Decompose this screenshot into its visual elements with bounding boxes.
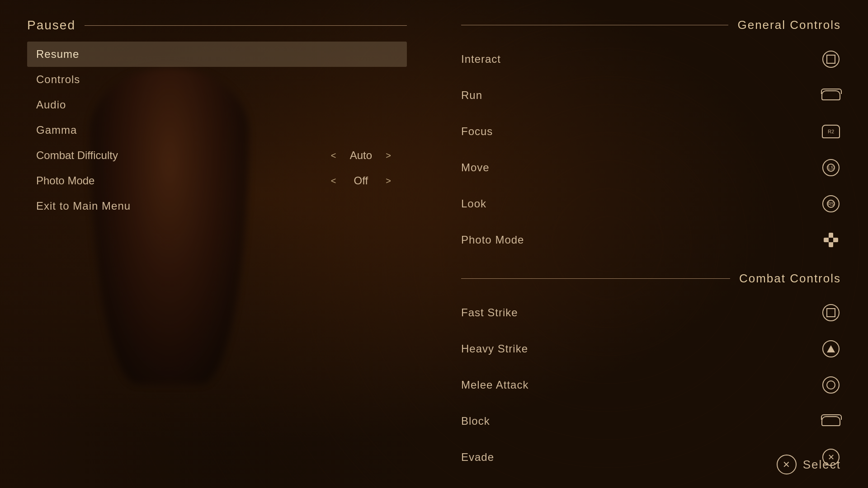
menu-item-resume[interactable]: Resume xyxy=(27,42,407,67)
control-heavy-strike: Heavy Strike xyxy=(461,331,841,367)
general-controls-title: General Controls xyxy=(737,18,841,32)
general-controls-list: Interact Run Focus R2 xyxy=(461,41,841,258)
control-melee-attack: Melee Attack xyxy=(461,367,841,403)
combat-controls-header: Combat Controls xyxy=(461,272,841,286)
photo-mode-value: Off xyxy=(343,174,379,187)
circle-button-icon xyxy=(822,376,840,394)
control-move: Move LS xyxy=(461,150,841,186)
melee-attack-icon xyxy=(821,375,841,395)
triangle-button-icon xyxy=(822,340,840,357)
combat-difficulty-right-arrow[interactable]: > xyxy=(386,150,391,161)
combat-controls-title: Combat Controls xyxy=(739,272,841,286)
l1-button-icon xyxy=(821,90,840,100)
block-l1-icon xyxy=(821,416,840,426)
right-panel: General Controls Interact Run Focus xyxy=(434,0,868,488)
control-block: Block xyxy=(461,403,841,439)
menu-item-exit[interactable]: Exit to Main Menu xyxy=(27,193,407,219)
paused-header: Paused xyxy=(27,18,407,33)
menu-item-controls[interactable]: Controls xyxy=(27,67,407,92)
select-hint-label: Select xyxy=(803,458,841,472)
photo-mode-dpad-icon xyxy=(821,230,841,250)
select-cross-icon: ✕ xyxy=(777,455,797,474)
photo-mode-left-arrow[interactable]: < xyxy=(331,176,336,186)
control-fast-strike: Fast Strike xyxy=(461,295,841,331)
dpad-icon xyxy=(822,231,840,249)
bottom-hint: ✕ Select xyxy=(777,455,841,474)
ls-button-icon: LS xyxy=(822,159,840,176)
control-focus: Focus R2 xyxy=(461,113,841,150)
heavy-strike-icon xyxy=(821,339,841,359)
control-interact: Interact xyxy=(461,41,841,77)
combat-difficulty-value: Auto xyxy=(343,149,379,162)
menu-item-combat-difficulty[interactable]: Combat Difficulty < Auto > xyxy=(27,143,407,168)
look-icon: RS xyxy=(821,194,841,214)
combat-difficulty-left-arrow[interactable]: < xyxy=(331,150,336,161)
general-controls-line xyxy=(461,25,728,25)
rs-button-icon: RS xyxy=(822,195,840,212)
paused-title: Paused xyxy=(27,18,75,33)
photo-mode-right-arrow[interactable]: > xyxy=(386,176,391,186)
control-look: Look RS xyxy=(461,186,841,222)
control-run: Run xyxy=(461,77,841,113)
focus-icon: R2 xyxy=(821,122,841,141)
interact-icon xyxy=(821,49,841,69)
menu-item-gamma[interactable]: Gamma xyxy=(27,117,407,143)
paused-divider xyxy=(85,25,407,26)
r2-button-icon: R2 xyxy=(822,125,840,138)
left-panel: Paused Resume Controls Audio Gamma xyxy=(0,0,434,488)
square-button-icon xyxy=(822,51,840,68)
fast-strike-icon xyxy=(821,303,841,323)
combat-controls-line xyxy=(461,278,730,279)
run-icon xyxy=(821,85,841,105)
move-icon: LS xyxy=(821,158,841,178)
menu-item-photo-mode[interactable]: Photo Mode < Off > xyxy=(27,168,407,193)
block-icon xyxy=(821,411,841,431)
ui-overlay: Paused Resume Controls Audio Gamma xyxy=(0,0,868,488)
control-photo-mode: Photo Mode xyxy=(461,222,841,258)
fast-strike-square-icon xyxy=(822,304,840,321)
general-controls-header: General Controls xyxy=(461,18,841,32)
menu-item-audio[interactable]: Audio xyxy=(27,92,407,117)
combat-controls-list: Fast Strike Heavy Strike Melee Attack xyxy=(461,295,841,475)
main-menu: Resume Controls Audio Gamma Combat Diffi… xyxy=(27,42,407,219)
